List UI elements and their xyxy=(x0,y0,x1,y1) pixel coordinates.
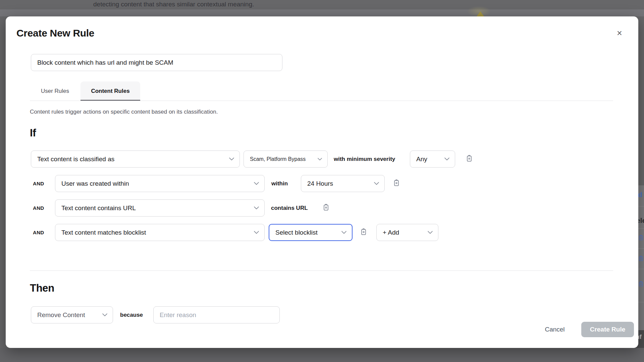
delete-condition-button[interactable] xyxy=(466,150,473,168)
page-title: Create New Rule xyxy=(16,27,94,39)
select-value: Scam, Platform Bypass xyxy=(250,156,306,162)
chevron-down-icon xyxy=(102,313,107,316)
and-operator-label: AND xyxy=(33,175,44,192)
divider xyxy=(637,228,644,229)
backdrop-partial-text: detecting content that shares similar co… xyxy=(93,0,254,9)
trash-icon xyxy=(360,228,367,237)
chevron-down-icon xyxy=(229,158,234,161)
divider xyxy=(637,302,644,302)
delete-condition-button[interactable] xyxy=(393,175,400,192)
select-value: 24 Hours xyxy=(307,180,333,187)
tab-content-rules[interactable]: Content Rules xyxy=(80,81,140,101)
divider xyxy=(637,269,644,269)
trash-icon xyxy=(638,255,644,263)
and-operator-label: AND xyxy=(33,199,44,217)
select-value: Text content is classified as xyxy=(37,156,114,163)
tab-user-rules[interactable]: User Rules xyxy=(31,81,79,101)
severity-select[interactable]: Any xyxy=(410,150,455,168)
delete-condition-button[interactable] xyxy=(360,224,367,241)
select-value: Select blocklist xyxy=(275,229,318,236)
chevron-down-icon xyxy=(318,158,322,161)
condition-row: Text content is classified as Scam, Plat… xyxy=(6,150,638,168)
trash-icon xyxy=(323,204,329,212)
condition-type-select[interactable]: Text content contains URL xyxy=(55,199,265,217)
severity-label: with minimum severity xyxy=(334,150,395,168)
blocklist-select[interactable]: Select blocklist xyxy=(269,224,353,241)
condition-row: AND Text content contains URL contains U… xyxy=(6,199,638,217)
divider xyxy=(637,248,644,249)
because-label: because xyxy=(120,306,143,323)
action-select[interactable]: Remove Content xyxy=(31,306,113,323)
tab-label: User Rules xyxy=(41,88,69,95)
condition-row: AND User was created within within 24 Ho… xyxy=(6,175,638,192)
condition-type-select[interactable]: User was created within xyxy=(55,175,265,192)
select-value: User was created within xyxy=(61,180,129,187)
tab-label: Content Rules xyxy=(91,88,129,95)
reason-input[interactable] xyxy=(153,306,280,323)
condition-type-select[interactable]: Text content matches blocklist xyxy=(55,224,265,241)
select-value: Text content matches blocklist xyxy=(61,229,146,236)
chevron-down-icon xyxy=(341,231,346,234)
warning-icon xyxy=(477,11,484,16)
condition-type-select[interactable]: Text content is classified as xyxy=(31,150,240,168)
chevron-down-icon xyxy=(254,206,259,209)
trash-icon xyxy=(638,235,644,242)
rule-name-input[interactable] xyxy=(31,54,282,71)
backdrop-right-edge: d ele xyxy=(637,185,644,330)
backdrop-page-band xyxy=(0,9,644,16)
contains-url-label: contains URL xyxy=(271,199,308,217)
condition-row: AND Text content matches blocklist Selec… xyxy=(6,224,638,241)
categories-select[interactable]: Scam, Platform Bypass xyxy=(244,150,328,168)
select-value: Any xyxy=(416,156,427,163)
close-icon[interactable]: × xyxy=(614,28,625,39)
if-section-heading: If xyxy=(30,127,36,139)
create-new-rule-modal: Create New Rule × User Rules Content Rul… xyxy=(6,16,638,348)
select-value: Remove Content xyxy=(37,311,85,319)
chevron-down-icon xyxy=(444,158,449,161)
trash-icon xyxy=(393,179,400,188)
backdrop-bottom-strip xyxy=(0,348,644,362)
select-value: + Add xyxy=(383,229,399,236)
divider xyxy=(637,206,644,206)
divider xyxy=(30,270,613,271)
and-operator-label: AND xyxy=(33,224,44,241)
chevron-down-icon xyxy=(254,182,259,185)
add-condition-select[interactable]: + Add xyxy=(376,224,438,241)
delete-condition-button[interactable] xyxy=(323,199,329,217)
select-value: Text content contains URL xyxy=(61,204,136,212)
then-section-heading: Then xyxy=(30,282,54,294)
cancel-button[interactable]: Cancel xyxy=(536,322,573,337)
divider xyxy=(30,101,613,101)
backdrop-partial-label: ele xyxy=(637,217,644,225)
tab-description: Content rules trigger actions on specifi… xyxy=(30,109,218,115)
backdrop-partial-link: d xyxy=(638,191,642,199)
time-window-select[interactable]: 24 Hours xyxy=(301,175,385,192)
trash-icon xyxy=(638,281,644,289)
chevron-down-icon xyxy=(254,231,259,234)
chevron-down-icon xyxy=(374,182,379,185)
trash-icon xyxy=(466,155,473,163)
create-rule-button[interactable]: Create Rule xyxy=(581,322,634,337)
action-row: Remove Content because xyxy=(6,306,638,323)
chevron-down-icon xyxy=(428,231,433,234)
within-label: within xyxy=(271,175,288,192)
